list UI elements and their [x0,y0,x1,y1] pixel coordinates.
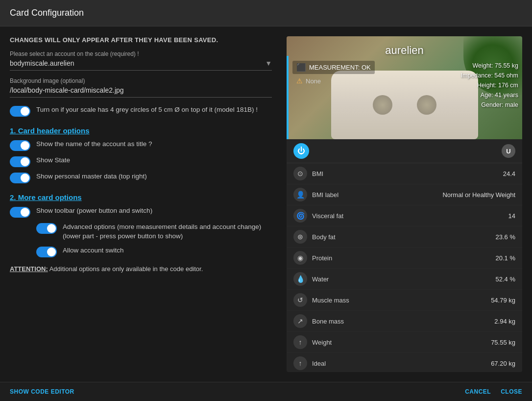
card-header-image: aurelien ⬛ MEASUREMENT: OK [287,36,522,139]
status-ok-icon: ⬛ [296,63,306,72]
metric-row: ◉ Protein 20.1 % [287,248,522,269]
account-field[interactable]: bodymiscale.aurelien ▼ [10,59,272,71]
user-button[interactable]: U [502,144,515,158]
show-name-label: Show the name of the account as title ? [36,140,152,149]
stat-weight: Weight: 75.55 kg [461,61,518,71]
metric-icon: ↗ [293,314,307,328]
account-label: Please select an account on the scale (r… [10,50,272,57]
dialog-title: Card Configuration [0,0,532,26]
card-user-name: aurelien [385,44,423,57]
metric-name: Weight [312,339,491,346]
metric-name: BMI label [312,191,442,199]
metric-icon: 💧 [293,272,307,286]
card-toolbar: ⏻ U [287,139,522,163]
section2-header[interactable]: 2. More card options [10,193,272,201]
model-toggle-label: Turn on if your scale has 4 grey circles… [36,105,258,115]
card-body: ⏻ U ⊙ BMI 24.4 👤 BMI label Normal or Hea… [287,139,522,372]
metric-icon: ⊙ [293,167,307,180]
advanced-track[interactable] [36,223,57,234]
show-state-track[interactable] [10,156,30,167]
close-button[interactable]: CLOSE [501,388,522,395]
metric-icon: ↑ [293,335,307,349]
attention-label: ATTENTION: [10,265,48,273]
card-bg: aurelien ⬛ MEASUREMENT: OK [287,36,522,139]
allow-switch-track[interactable] [36,247,57,257]
footer-right: CANCEL CLOSE [465,388,522,395]
metric-name: Water [312,276,496,283]
toolbar-toggle[interactable] [10,207,30,218]
status-warn-text: None [306,77,321,85]
section1-header[interactable]: 1. Card header options [10,126,272,135]
metric-row: ↗ Bone mass 2.94 kg [287,311,522,332]
metric-icon: ↺ [293,293,307,307]
toolbar-track[interactable] [10,207,30,218]
metric-name: Visceral fat [312,212,508,220]
bg-field[interactable]: /local/body-miscale-card/miscale2.jpg [10,86,272,98]
metric-value: 52.4 % [496,276,515,283]
metric-row: 👤 BMI label Normal or Healthy Weight [287,184,522,205]
status-ok-text: MEASUREMENT: OK [309,64,371,71]
metric-value: 23.6 % [496,233,515,241]
metric-row: ⊛ Body fat 23.6 % [287,226,522,248]
warn-icon: ⚠ [296,77,303,85]
show-name-toggle[interactable] [10,140,30,151]
show-state-label: Show State [36,156,70,165]
allow-switch-toggle[interactable] [36,247,57,257]
metric-value: 54.79 kg [491,297,515,304]
metric-value: 67.20 kg [491,360,515,367]
metric-row: 🌀 Visceral fat 14 [287,205,522,226]
attention-desc: Additional options are only available in… [49,265,203,273]
metric-value: 20.1 % [496,254,515,262]
stat-impedance: Impedance: 545 ohm [461,71,518,80]
bg-value: /local/body-miscale-card/miscale2.jpg [10,86,124,94]
advanced-toggle[interactable] [36,223,57,234]
metric-row: ↑ Weight 75.55 kg [287,332,522,353]
card-status-area: ⬛ MEASUREMENT: OK ⚠ None [292,61,375,86]
left-panel: CHANGES WILL ONLY APPEAR AFTER THEY HAVE… [10,36,277,372]
advanced-label: Advanced options (more measurement detai… [63,223,261,232]
metric-name: Ideal [312,360,491,367]
card-preview: aurelien ⬛ MEASUREMENT: OK [287,36,522,372]
scale-circle-2 [417,95,436,115]
show-state-toggle[interactable] [10,156,30,167]
metric-icon: ◉ [293,251,307,265]
model-toggle-track[interactable] [10,106,30,117]
power-button[interactable]: ⏻ [293,143,309,159]
metric-row: ↺ Muscle mass 54.79 kg [287,290,522,311]
allow-switch-label: Allow account switch [63,246,124,255]
stat-age: Age: 41 years [461,90,518,100]
metric-value: 2.94 kg [494,318,515,325]
card-stats-right: Weight: 75.55 kg Impedance: 545 ohm Heig… [461,61,518,110]
advanced-sub-label: (lower part - press power button to show… [63,232,261,241]
metric-icon: 🌀 [293,209,307,223]
metric-row: ⊙ BMI 24.4 [287,163,522,184]
metric-name: Muscle mass [312,297,491,304]
attention-row: ATTENTION: Additional options are only a… [10,265,272,273]
scale-circle-1 [373,95,392,115]
metric-name: BMI [312,170,503,177]
status-ok-row: ⬛ MEASUREMENT: OK [292,61,375,74]
metric-name: Body fat [312,233,496,241]
dialog-footer: SHOW CODE EDITOR CANCEL CLOSE [0,382,532,401]
metric-value: 24.4 [503,170,515,177]
show-name-track[interactable] [10,140,30,151]
status-warn-row: ⚠ None [292,76,375,86]
metric-icon: 👤 [293,188,307,201]
stat-height: Height: 176 cm [461,80,518,90]
metric-name: Protein [312,254,496,262]
account-value: bodymiscale.aurelien [10,59,74,67]
stat-gender: Gender: male [461,100,518,110]
show-personal-toggle[interactable] [10,173,30,183]
metric-value: Normal or Healthy Weight [442,191,515,199]
metric-icon: ⊛ [293,230,307,244]
cancel-button[interactable]: CANCEL [465,388,491,395]
show-code-button[interactable]: SHOW CODE EDITOR [10,388,74,395]
model-toggle[interactable] [10,106,30,117]
metric-row: ↑ Ideal 67.20 kg [287,353,522,372]
show-personal-track[interactable] [10,173,30,183]
bg-label: Background image (optional) [10,77,272,84]
chevron-down-icon: ▼ [265,59,272,67]
metric-name: Bone mass [312,318,494,325]
metric-row: 💧 Water 52.4 % [287,269,522,290]
toolbar-label: Show toolbar (power button and switch) [36,206,152,216]
